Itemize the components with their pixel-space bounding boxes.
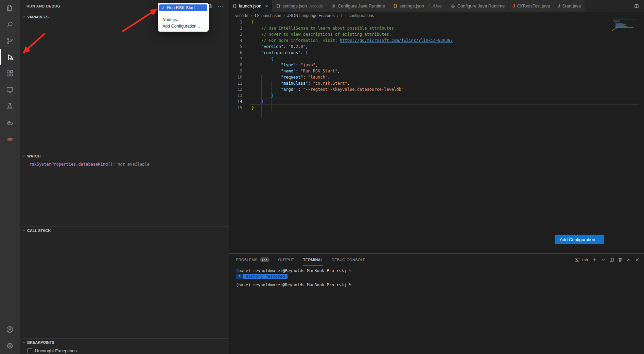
json-file-icon: {}	[254, 13, 259, 18]
terminal-icon	[574, 257, 580, 263]
dropdown-item-selected[interactable]: ✓ Run RSK Start	[159, 4, 207, 11]
panel-actions: zsh	[574, 257, 640, 263]
tab-start-java[interactable]: JStart.java	[554, 0, 585, 12]
breadcrumb-configurations[interactable]: [ ]configurations	[341, 13, 374, 18]
chevron-down-icon	[22, 229, 26, 233]
breadcrumb-launch-json[interactable]: {}launch.json	[254, 13, 281, 18]
editor-tab-bar: {}launch.json×{}settings.json.vscodeConf…	[229, 0, 644, 12]
explorer-icon	[6, 4, 14, 12]
kill-terminal-icon[interactable]	[617, 257, 623, 263]
activity-item-accounts[interactable]	[0, 321, 20, 338]
activity-item-explorer[interactable]	[0, 0, 20, 16]
sidebar-actions: ···	[208, 3, 224, 9]
extensions-icon	[6, 69, 14, 78]
close-tab-icon[interactable]: ×	[265, 3, 268, 9]
dropdown-separator	[160, 14, 206, 14]
activity-item-manage[interactable]	[0, 338, 20, 354]
breadcrumb-json-language-features[interactable]: JSON Language Features	[287, 13, 334, 18]
split-editor-icon[interactable]	[634, 3, 639, 9]
section-breakpoints: BREAKPOINTSUncaught Exceptions	[20, 338, 229, 353]
breadcrumb-separator: ›	[250, 13, 252, 18]
chevron-down-icon	[22, 15, 26, 19]
dropdown-item-node-js[interactable]: Node.js...	[159, 17, 207, 23]
new-terminal-icon[interactable]	[592, 257, 597, 263]
code-line-7: 7 {	[229, 56, 644, 62]
activity-bar	[0, 0, 20, 354]
sidebar-title: RUN AND DEBUG	[27, 4, 60, 8]
panel-tab-problems[interactable]: PROBLEMS1K+	[236, 254, 269, 266]
tab-clitoolstest-java[interactable]: JCliToolsTest.java	[509, 0, 554, 12]
tab-configure-java-runtime[interactable]: Configure Java Runtime	[327, 0, 389, 12]
search-icon	[6, 20, 14, 29]
json-file-icon: {}	[393, 4, 397, 8]
code-line-14: 14 ]	[229, 99, 644, 105]
runtime-gear-icon	[451, 4, 455, 9]
bottom-panel: PROBLEMS1K+OUTPUTTERMINALDEBUG CONSOLE z…	[229, 253, 644, 354]
terminal-shell-selector[interactable]: zsh	[574, 257, 588, 263]
custom-extension-icon	[6, 135, 14, 143]
chevron-down-icon	[22, 154, 26, 158]
code-line-13: 13 }	[229, 92, 644, 99]
panel-header: PROBLEMS1K+OUTPUTTERMINALDEBUG CONSOLE z…	[229, 254, 644, 266]
panel-tab-terminal[interactable]: TERMINAL	[303, 254, 323, 266]
code-line-12: 12 "args" : "--regtest -Xkeyvalue.dataso…	[229, 86, 644, 92]
source-control-icon	[6, 37, 14, 45]
terminal-dropdown-icon[interactable]	[601, 257, 606, 263]
section-header-watch[interactable]: WATCH	[20, 152, 229, 159]
add-configuration-button[interactable]: Add Configuration...	[555, 235, 604, 244]
code-line-5: 5 "version": "0.2.0",	[229, 44, 644, 50]
activity-item-search[interactable]	[0, 16, 20, 33]
docker-icon	[6, 118, 14, 127]
code-line-4: 4 // For more information, visit: https:…	[229, 37, 644, 44]
panel-tabs: PROBLEMS1K+OUTPUTTERMINALDEBUG CONSOLE	[236, 254, 375, 266]
activity-item-custom-extension[interactable]	[0, 131, 20, 147]
code-editor[interactable]: 1{2 // Use IntelliSense to learn about p…	[229, 19, 644, 253]
breadcrumb-vscode[interactable]: .vscode	[234, 13, 248, 18]
minimap[interactable]	[612, 16, 639, 31]
views-more-actions-icon[interactable]: ···	[218, 4, 224, 8]
section-header-breakpoints[interactable]: BREAKPOINTS	[20, 338, 229, 346]
editor-group: {}launch.json×{}settings.json.vscodeConf…	[229, 0, 644, 253]
activity-item-source-control[interactable]	[0, 33, 20, 49]
editor-tab-actions	[634, 0, 644, 12]
check-icon: ✓	[162, 6, 165, 10]
problems-count-badge: 1K+	[260, 257, 269, 262]
split-terminal-icon[interactable]	[609, 257, 614, 263]
run-and-debug-icon	[6, 53, 14, 61]
dropdown-item-add-configuration[interactable]: Add Configuration...	[159, 23, 207, 30]
breadcrumb-separator: ›	[283, 13, 285, 18]
maximize-panel-icon[interactable]	[626, 257, 631, 263]
activity-item-run-and-debug[interactable]	[0, 49, 20, 65]
accounts-icon	[6, 325, 14, 334]
tab-configure-java-runtime[interactable]: Configure Java Runtime	[447, 0, 509, 12]
activity-item-testing[interactable]	[0, 98, 20, 114]
tab-launch-json[interactable]: {}launch.json×	[229, 0, 272, 12]
manage-icon	[6, 342, 14, 350]
breadcrumb-separator: ›	[337, 13, 338, 18]
terminal[interactable]: (base) reynoldmorel@Reynolds-MacBook-Pro…	[236, 268, 637, 354]
runtime-gear-icon	[331, 4, 336, 9]
code-line-6: 6 "configurations": [	[229, 50, 644, 56]
code-line-3: 3 // Hover to view descriptions of exist…	[229, 31, 644, 37]
section-header-call-stack[interactable]: CALL STACK	[20, 226, 229, 234]
json-file-icon: {}	[276, 4, 280, 8]
remote-explorer-icon	[6, 86, 14, 94]
run-debug-sidebar: RUN AND DEBUG ··· VARIABLESWATCHrskSyste…	[20, 0, 229, 354]
close-panel-icon[interactable]	[634, 257, 640, 263]
code-line-11: 11 "mainClass": "co.rsk.Start",	[229, 80, 644, 86]
section-watch: WATCHrskSystemProperties.databaseKind():…	[20, 152, 229, 167]
activity-bar-top	[0, 0, 20, 147]
activity-item-docker[interactable]	[0, 114, 20, 131]
shell-label: zsh	[581, 257, 588, 262]
watch-expression[interactable]: rskSystemProperties.databaseKind(): not …	[20, 159, 229, 167]
terminal-line: * History restored	[236, 274, 637, 280]
panel-tab-output[interactable]: OUTPUT	[278, 254, 294, 266]
activity-item-extensions[interactable]	[0, 65, 20, 82]
uncaught-exceptions-checkbox[interactable]	[27, 348, 32, 353]
breakpoint-label: Uncaught Exceptions	[35, 348, 77, 353]
dropdown-selected-label: Run RSK Start	[167, 5, 195, 10]
tab-settings-json-user[interactable]: {}settings.json~/.../User	[389, 0, 447, 12]
panel-tab-debug-console[interactable]: DEBUG CONSOLE	[332, 254, 366, 266]
activity-item-remote-explorer[interactable]	[0, 82, 20, 98]
tab-settings-json-vscode[interactable]: {}settings.json.vscode	[272, 0, 327, 12]
